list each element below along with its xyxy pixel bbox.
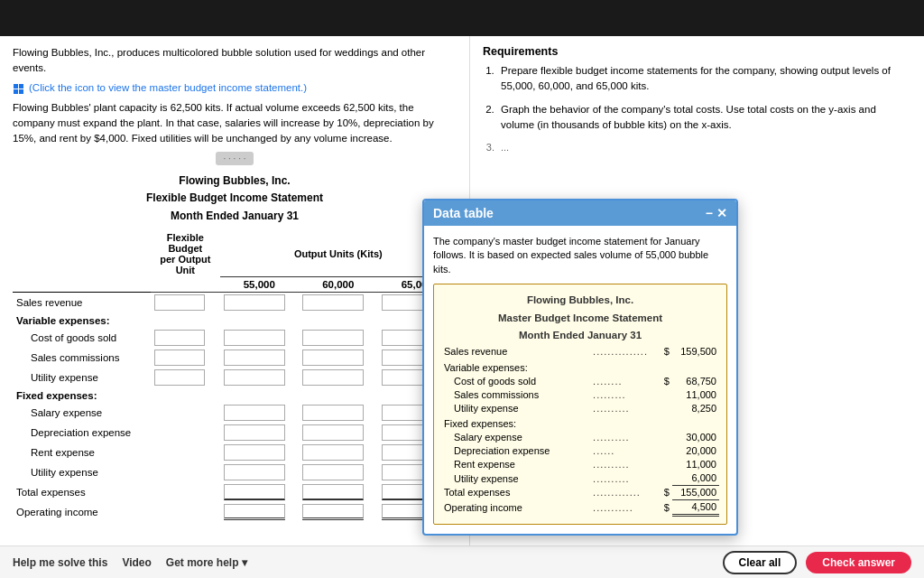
row-label-utility-var: Utility expense xyxy=(13,368,151,387)
table-row: Utility expense xyxy=(13,462,457,482)
inner-row-commissions: Sales commissions ......... 11,000 xyxy=(441,387,719,401)
modal-title: Data table xyxy=(433,206,494,220)
inner-row-rent: Rent expense .......... 11,000 xyxy=(441,458,719,471)
clear-all-button[interactable]: Clear all xyxy=(723,551,798,574)
svg-rect-3 xyxy=(19,89,23,94)
input-commissions-unit[interactable] xyxy=(154,350,205,366)
inner-row-depreciation: Depreciation expense ...... 20,000 xyxy=(441,444,719,458)
inner-row-section-fixed: Fixed expenses: xyxy=(441,415,719,431)
input-depreciation-60[interactable] xyxy=(299,423,377,443)
video-button[interactable]: Video xyxy=(122,556,151,569)
input-utility-var-60[interactable] xyxy=(299,368,377,387)
modal-body: The company's master budget income state… xyxy=(424,226,736,534)
inner-title-1: Flowing Bubbles, Inc. xyxy=(441,292,719,310)
row-label-salary: Salary expense xyxy=(13,403,151,423)
input-revenue-60[interactable] xyxy=(299,293,377,313)
table-row: Sales revenue xyxy=(13,293,457,313)
table-row-total: Total expenses xyxy=(13,482,457,502)
output-col-2: 60,000 xyxy=(299,277,377,293)
output-col-1: 55,000 xyxy=(220,277,299,293)
input-total-55[interactable] xyxy=(220,482,299,502)
more-help-button[interactable]: Get more help ▾ xyxy=(166,556,247,569)
modal-header: Data table − ✕ xyxy=(424,200,736,226)
input-revenue-unit[interactable] xyxy=(154,294,205,311)
bottom-bar-left: Help me solve this Video Get more help ▾ xyxy=(0,545,469,578)
statement-title-2: Flexible Budget Income Statement xyxy=(13,190,457,207)
input-utility-fixed-60[interactable] xyxy=(299,462,377,482)
requirement-1: Prepare flexible budget income statement… xyxy=(497,63,911,95)
data-table-modal: Data table − ✕ The company's master budg… xyxy=(422,199,738,536)
inner-table-title: Flowing Bubbles, Inc. Master Budget Inco… xyxy=(441,292,719,345)
grid-icon xyxy=(13,83,24,95)
table-row-section: Variable expenses: xyxy=(13,312,457,328)
minimize-button[interactable]: − xyxy=(706,207,713,219)
table-row: Sales commissions xyxy=(13,348,457,368)
statement-title-1: Flowing Bubbles, Inc. xyxy=(13,172,457,190)
help-me-solve-button[interactable]: Help me solve this xyxy=(13,556,107,569)
svg-rect-0 xyxy=(14,84,18,89)
row-label: Sales revenue xyxy=(13,293,151,313)
inner-title-2: Master Budget Income Statement xyxy=(441,310,719,328)
input-total-60[interactable] xyxy=(299,482,377,502)
input-commissions-55[interactable] xyxy=(220,348,299,368)
statement-table: Flexible Budget per Output Unit Output U… xyxy=(13,230,457,523)
scroll-indicator: · · · · · xyxy=(13,152,457,165)
input-revenue-55[interactable] xyxy=(220,293,299,313)
close-button[interactable]: ✕ xyxy=(716,207,727,219)
input-rent-60[interactable] xyxy=(299,443,377,462)
row-label-cogs: Cost of goods sold xyxy=(13,328,151,348)
table-row: Depreciation expense xyxy=(13,423,457,443)
row-label-rent: Rent expense xyxy=(13,443,151,462)
icon-link-text: (Click the icon to view the master budge… xyxy=(29,82,307,93)
left-panel: Flowing Bubbles, Inc., produces multicol… xyxy=(0,36,469,578)
input-utility-var-unit[interactable] xyxy=(154,369,205,386)
input-cogs-55[interactable] xyxy=(220,328,299,348)
problem-text-2: Flowing Bubbles' plant capacity is 62,50… xyxy=(13,100,457,147)
modal-controls: − ✕ xyxy=(706,207,727,219)
inner-row-section-var: Variable expenses: xyxy=(441,359,719,375)
input-salary-60[interactable] xyxy=(299,403,377,423)
svg-rect-1 xyxy=(19,84,23,89)
table-row: Cost of goods sold xyxy=(13,328,457,348)
statement-title-3: Month Ended January 31 xyxy=(13,208,457,225)
input-operating-60[interactable] xyxy=(299,502,377,522)
inner-row-utility-var: Utility expense .......... 8,250 xyxy=(441,401,719,415)
inner-title-3: Month Ended January 31 xyxy=(441,327,719,345)
section-variable: Variable expenses: xyxy=(13,312,457,328)
col-flexible: Flexible xyxy=(154,232,217,243)
icon-link[interactable]: (Click the icon to view the master budge… xyxy=(13,82,307,94)
input-rent-55[interactable] xyxy=(220,443,299,462)
requirement-3: ... xyxy=(497,140,911,155)
problem-text-1: Flowing Bubbles, Inc., produces multicol… xyxy=(13,45,457,77)
table-row: Salary expense xyxy=(13,403,457,423)
input-depreciation-55[interactable] xyxy=(220,423,299,443)
requirements-title: Requirements xyxy=(483,45,911,58)
income-statement: Flowing Bubbles, Inc. Flexible Budget In… xyxy=(13,172,457,522)
inner-table-container: Flowing Bubbles, Inc. Master Budget Inco… xyxy=(433,284,727,525)
input-salary-55[interactable] xyxy=(220,403,299,423)
input-cogs-unit[interactable] xyxy=(154,330,205,346)
row-label-utility-fixed: Utility expense xyxy=(13,462,151,482)
input-operating-55[interactable] xyxy=(220,502,299,522)
table-row: Rent expense xyxy=(13,443,457,462)
requirement-2: Graph the behavior of the company's tota… xyxy=(497,102,911,134)
unit-input-commissions[interactable] xyxy=(151,348,220,368)
unit-input-revenue[interactable] xyxy=(151,293,220,313)
col-budget: Budget xyxy=(154,243,217,254)
inner-row-total: Total expenses ............. $ 155,000 xyxy=(441,485,719,499)
input-utility-var-55[interactable] xyxy=(220,368,299,387)
inner-row-revenue: Sales revenue ............... $ 159,500 xyxy=(441,345,719,359)
inner-row-utility-fixed: Utility expense .......... 6,000 xyxy=(441,471,719,486)
top-bar xyxy=(0,0,924,36)
scroll-dots: · · · · · xyxy=(216,152,253,165)
unit-input-cogs[interactable] xyxy=(151,328,220,348)
inner-row-cogs: Cost of goods sold ........ $ 68,750 xyxy=(441,374,719,387)
row-label-total-expenses: Total expenses xyxy=(13,482,151,502)
unit-input-utility-var[interactable] xyxy=(151,368,220,387)
input-utility-fixed-55[interactable] xyxy=(220,462,299,482)
input-cogs-60[interactable] xyxy=(299,328,377,348)
table-row-operating: Operating income xyxy=(13,502,457,522)
check-answer-button[interactable]: Check answer xyxy=(806,552,911,573)
modal-description: The company's master budget income state… xyxy=(433,235,727,276)
input-commissions-60[interactable] xyxy=(299,348,377,368)
